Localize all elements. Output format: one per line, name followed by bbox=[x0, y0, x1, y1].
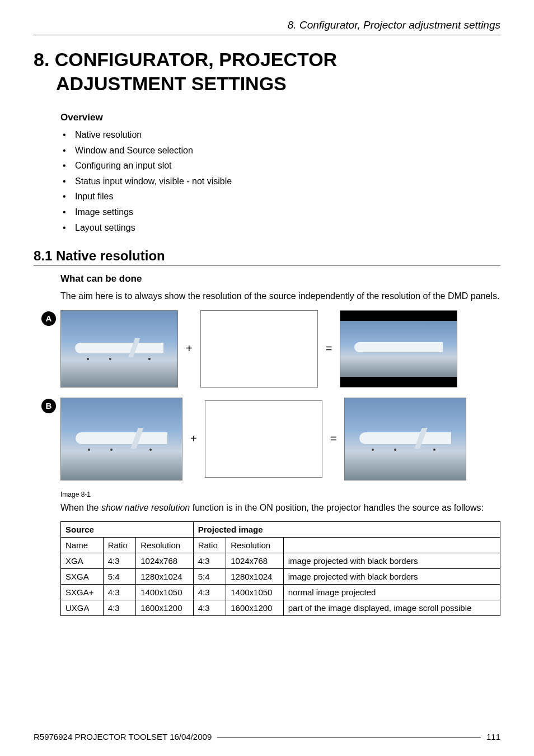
diagram-caption: Image 8-1 bbox=[60, 491, 500, 498]
section-title: 8.1 Native resolution bbox=[34, 248, 500, 264]
cell-name: SXGA bbox=[61, 569, 104, 585]
cell-ratio: 5:4 bbox=[103, 569, 135, 585]
overview-list: Native resolution Window and Source sele… bbox=[60, 129, 500, 234]
cell-res: 1600x1200 bbox=[226, 600, 284, 616]
cell-ratio: 4:3 bbox=[193, 553, 226, 569]
sentence-em: show native resolution bbox=[101, 503, 190, 512]
table-row: SXGA+ 4:3 1400x1050 4:3 1400x1050 normal… bbox=[61, 585, 500, 600]
running-head: 8. Configurator, Projector adjustment se… bbox=[34, 19, 500, 31]
cell-ratio: 4:3 bbox=[103, 585, 135, 600]
diagram-unit: A bbox=[60, 310, 178, 388]
table-group-header-row: Source Projected image bbox=[61, 522, 500, 538]
cell-res: 1400x1050 bbox=[226, 585, 284, 600]
badge-b-icon: B bbox=[41, 399, 56, 413]
plane-icon bbox=[76, 432, 167, 444]
list-item: Layout settings bbox=[60, 222, 500, 234]
cell-ratio: 4:3 bbox=[193, 600, 226, 616]
plane-icon bbox=[359, 432, 451, 444]
wheels-icon bbox=[372, 449, 374, 451]
cell-note: image projected with black borders bbox=[283, 569, 500, 585]
result-letterbox-tile bbox=[340, 310, 457, 388]
list-item: Status input window, visible - not visib… bbox=[60, 175, 500, 188]
table-row: UXGA 4:3 1600x1200 4:3 1600x1200 part of… bbox=[61, 600, 500, 616]
cell-ratio: 5:4 bbox=[193, 569, 226, 585]
blank-panel-tile bbox=[205, 400, 322, 478]
chapter-title-line1: 8. CONFIGURATOR, PROJECTOR bbox=[34, 49, 337, 70]
cell-res: 1024x768 bbox=[136, 553, 194, 569]
head-rule bbox=[34, 35, 500, 35]
cell-name: XGA bbox=[61, 553, 104, 569]
resolution-table: Source Projected image Name Ratio Resolu… bbox=[60, 521, 500, 616]
badge-a-icon: A bbox=[41, 311, 56, 326]
section-sub-heading: What can be done bbox=[60, 273, 500, 284]
group-header-projected: Projected image bbox=[193, 522, 500, 538]
list-item: Native resolution bbox=[60, 129, 500, 141]
diagram-row-b: B + = bbox=[60, 398, 500, 480]
chapter-title: 8. CONFIGURATOR, PROJECTOR ADJUSTMENT SE… bbox=[34, 48, 500, 95]
result-full-tile bbox=[344, 398, 466, 480]
source-image-tile bbox=[60, 398, 182, 480]
list-item: Configuring an input slot bbox=[60, 160, 500, 172]
plus-icon: + bbox=[190, 432, 197, 445]
col-note bbox=[283, 538, 500, 553]
plane-icon bbox=[354, 342, 443, 352]
footer-rule bbox=[217, 738, 481, 738]
cell-note: part of the image displayed, image scrol… bbox=[283, 600, 500, 616]
after-diagram-sentence: When the show native resolution function… bbox=[60, 502, 500, 514]
footer-left: R5976924 PROJECTOR TOOLSET 16/04/2009 bbox=[34, 732, 212, 741]
plus-icon: + bbox=[186, 342, 193, 355]
cell-res: 1400x1050 bbox=[136, 585, 194, 600]
cell-note: image projected with black borders bbox=[283, 553, 500, 569]
cell-res: 1280x1024 bbox=[226, 569, 284, 585]
cell-ratio: 4:3 bbox=[103, 600, 135, 616]
table-row: SXGA 5:4 1280x1024 5:4 1280x1024 image p… bbox=[61, 569, 500, 585]
cell-name: SXGA+ bbox=[61, 585, 104, 600]
sentence-post: function is in the ON position, the proj… bbox=[190, 503, 484, 512]
diagram-unit: B bbox=[60, 398, 182, 480]
col-ratio: Ratio bbox=[193, 538, 226, 553]
source-image-tile bbox=[60, 310, 178, 388]
cell-res: 1024x768 bbox=[226, 553, 284, 569]
cell-ratio: 4:3 bbox=[103, 553, 135, 569]
cell-res: 1280x1024 bbox=[136, 569, 194, 585]
footer-page-number: 111 bbox=[486, 732, 500, 741]
list-item: Input files bbox=[60, 190, 500, 203]
chapter-title-line2: ADJUSTMENT SETTINGS bbox=[56, 73, 287, 94]
cell-name: UXGA bbox=[61, 600, 104, 616]
wheels-icon bbox=[87, 358, 89, 360]
group-header-source: Source bbox=[61, 522, 194, 538]
sentence-pre: When the bbox=[60, 503, 101, 512]
diagram: A + = B + bbox=[60, 310, 500, 617]
diagram-row-a: A + = bbox=[60, 310, 500, 388]
cell-note: normal image projected bbox=[283, 585, 500, 600]
equals-icon: = bbox=[326, 342, 332, 355]
col-resolution: Resolution bbox=[226, 538, 284, 553]
table-sub-header-row: Name Ratio Resolution Ratio Resolution bbox=[61, 538, 500, 553]
col-ratio: Ratio bbox=[103, 538, 135, 553]
col-resolution: Resolution bbox=[136, 538, 194, 553]
cell-ratio: 4:3 bbox=[193, 585, 226, 600]
page-footer: R5976924 PROJECTOR TOOLSET 16/04/2009 11… bbox=[34, 732, 500, 741]
equals-icon: = bbox=[330, 432, 337, 445]
cell-res: 1600x1200 bbox=[136, 600, 194, 616]
blank-panel-tile bbox=[200, 310, 318, 388]
list-item: Window and Source selection bbox=[60, 144, 500, 157]
section-body: The aim here is to always show the resol… bbox=[60, 290, 500, 302]
table-row: XGA 4:3 1024x768 4:3 1024x768 image proj… bbox=[61, 553, 500, 569]
wheels-icon bbox=[88, 449, 90, 451]
plane-icon bbox=[75, 343, 163, 353]
section-rule bbox=[34, 265, 500, 265]
overview-heading: Overview bbox=[60, 112, 500, 123]
list-item: Image settings bbox=[60, 206, 500, 218]
sky-inner bbox=[340, 321, 457, 377]
col-name: Name bbox=[61, 538, 104, 553]
